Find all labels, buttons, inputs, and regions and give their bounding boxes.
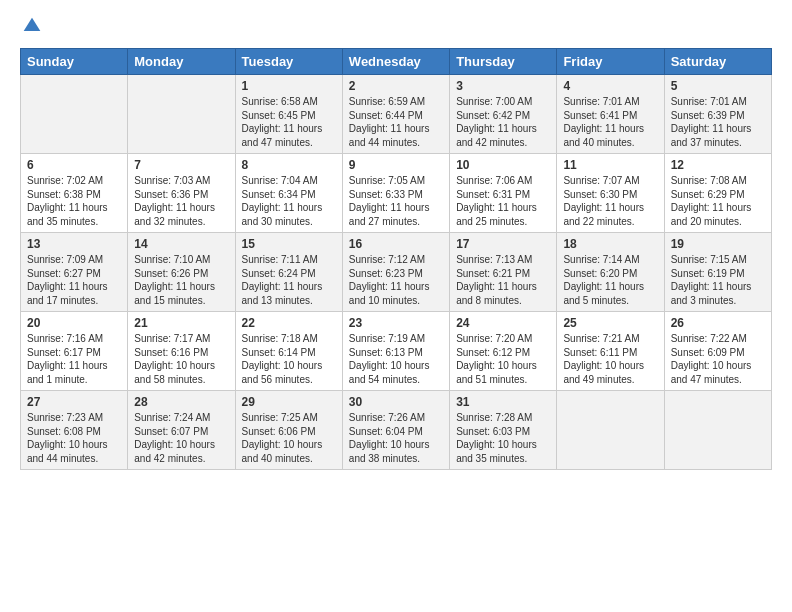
day-number: 18 — [563, 237, 657, 251]
day-number: 11 — [563, 158, 657, 172]
day-info: Sunrise: 7:17 AM — [134, 332, 228, 346]
day-info: Sunrise: 7:08 AM — [671, 174, 765, 188]
day-info: Daylight: 10 hours and 44 minutes. — [27, 438, 121, 465]
day-info: Sunrise: 7:18 AM — [242, 332, 336, 346]
day-cell: 14Sunrise: 7:10 AMSunset: 6:26 PMDayligh… — [128, 233, 235, 312]
day-info: Sunset: 6:21 PM — [456, 267, 550, 281]
day-number: 12 — [671, 158, 765, 172]
day-info: Daylight: 11 hours and 17 minutes. — [27, 280, 121, 307]
day-info: Sunset: 6:27 PM — [27, 267, 121, 281]
day-info: Daylight: 11 hours and 47 minutes. — [242, 122, 336, 149]
day-info: Sunrise: 7:15 AM — [671, 253, 765, 267]
day-info: Daylight: 11 hours and 32 minutes. — [134, 201, 228, 228]
header-cell-friday: Friday — [557, 49, 664, 75]
day-info: Sunset: 6:13 PM — [349, 346, 443, 360]
day-info: Daylight: 10 hours and 51 minutes. — [456, 359, 550, 386]
day-number: 3 — [456, 79, 550, 93]
day-info: Sunrise: 7:12 AM — [349, 253, 443, 267]
day-info: Sunset: 6:41 PM — [563, 109, 657, 123]
day-info: Sunrise: 7:24 AM — [134, 411, 228, 425]
day-number: 23 — [349, 316, 443, 330]
header-cell-sunday: Sunday — [21, 49, 128, 75]
day-number: 5 — [671, 79, 765, 93]
week-row-2: 13Sunrise: 7:09 AMSunset: 6:27 PMDayligh… — [21, 233, 772, 312]
day-cell: 16Sunrise: 7:12 AMSunset: 6:23 PMDayligh… — [342, 233, 449, 312]
day-info: Daylight: 11 hours and 20 minutes. — [671, 201, 765, 228]
day-cell — [21, 75, 128, 154]
day-info: Sunrise: 7:01 AM — [563, 95, 657, 109]
day-number: 21 — [134, 316, 228, 330]
day-info: Sunset: 6:17 PM — [27, 346, 121, 360]
day-info: Daylight: 11 hours and 10 minutes. — [349, 280, 443, 307]
day-info: Sunset: 6:31 PM — [456, 188, 550, 202]
week-row-0: 1Sunrise: 6:58 AMSunset: 6:45 PMDaylight… — [21, 75, 772, 154]
week-row-1: 6Sunrise: 7:02 AMSunset: 6:38 PMDaylight… — [21, 154, 772, 233]
day-number: 8 — [242, 158, 336, 172]
day-info: Sunset: 6:23 PM — [349, 267, 443, 281]
day-info: Sunset: 6:08 PM — [27, 425, 121, 439]
day-info: Sunset: 6:44 PM — [349, 109, 443, 123]
day-cell: 7Sunrise: 7:03 AMSunset: 6:36 PMDaylight… — [128, 154, 235, 233]
day-cell: 17Sunrise: 7:13 AMSunset: 6:21 PMDayligh… — [450, 233, 557, 312]
day-cell: 13Sunrise: 7:09 AMSunset: 6:27 PMDayligh… — [21, 233, 128, 312]
day-cell: 11Sunrise: 7:07 AMSunset: 6:30 PMDayligh… — [557, 154, 664, 233]
day-info: Daylight: 11 hours and 37 minutes. — [671, 122, 765, 149]
day-number: 1 — [242, 79, 336, 93]
day-info: Sunrise: 7:23 AM — [27, 411, 121, 425]
day-number: 27 — [27, 395, 121, 409]
day-info: Daylight: 11 hours and 15 minutes. — [134, 280, 228, 307]
day-info: Sunrise: 7:19 AM — [349, 332, 443, 346]
day-info: Sunset: 6:39 PM — [671, 109, 765, 123]
day-number: 17 — [456, 237, 550, 251]
day-cell — [128, 75, 235, 154]
day-info: Sunrise: 7:25 AM — [242, 411, 336, 425]
day-info: Sunset: 6:38 PM — [27, 188, 121, 202]
day-info: Daylight: 11 hours and 13 minutes. — [242, 280, 336, 307]
day-info: Sunrise: 7:00 AM — [456, 95, 550, 109]
day-number: 15 — [242, 237, 336, 251]
day-number: 22 — [242, 316, 336, 330]
day-info: Daylight: 11 hours and 35 minutes. — [27, 201, 121, 228]
day-number: 14 — [134, 237, 228, 251]
day-number: 13 — [27, 237, 121, 251]
day-info: Sunrise: 7:11 AM — [242, 253, 336, 267]
day-cell: 27Sunrise: 7:23 AMSunset: 6:08 PMDayligh… — [21, 391, 128, 470]
day-cell: 23Sunrise: 7:19 AMSunset: 6:13 PMDayligh… — [342, 312, 449, 391]
header-cell-wednesday: Wednesday — [342, 49, 449, 75]
day-info: Sunrise: 7:14 AM — [563, 253, 657, 267]
day-info: Daylight: 11 hours and 44 minutes. — [349, 122, 443, 149]
day-info: Daylight: 10 hours and 56 minutes. — [242, 359, 336, 386]
day-info: Daylight: 11 hours and 8 minutes. — [456, 280, 550, 307]
day-number: 26 — [671, 316, 765, 330]
day-cell: 28Sunrise: 7:24 AMSunset: 6:07 PMDayligh… — [128, 391, 235, 470]
day-number: 29 — [242, 395, 336, 409]
day-info: Daylight: 10 hours and 38 minutes. — [349, 438, 443, 465]
day-number: 31 — [456, 395, 550, 409]
day-info: Sunset: 6:07 PM — [134, 425, 228, 439]
header-cell-monday: Monday — [128, 49, 235, 75]
day-info: Daylight: 10 hours and 58 minutes. — [134, 359, 228, 386]
day-cell: 30Sunrise: 7:26 AMSunset: 6:04 PMDayligh… — [342, 391, 449, 470]
day-info: Daylight: 11 hours and 3 minutes. — [671, 280, 765, 307]
day-info: Sunrise: 6:59 AM — [349, 95, 443, 109]
day-number: 19 — [671, 237, 765, 251]
day-cell: 8Sunrise: 7:04 AMSunset: 6:34 PMDaylight… — [235, 154, 342, 233]
day-info: Sunrise: 7:01 AM — [671, 95, 765, 109]
day-info: Daylight: 10 hours and 54 minutes. — [349, 359, 443, 386]
day-cell: 12Sunrise: 7:08 AMSunset: 6:29 PMDayligh… — [664, 154, 771, 233]
day-info: Sunset: 6:36 PM — [134, 188, 228, 202]
day-info: Sunset: 6:04 PM — [349, 425, 443, 439]
day-info: Sunrise: 6:58 AM — [242, 95, 336, 109]
day-number: 20 — [27, 316, 121, 330]
day-cell: 26Sunrise: 7:22 AMSunset: 6:09 PMDayligh… — [664, 312, 771, 391]
day-info: Sunset: 6:33 PM — [349, 188, 443, 202]
day-info: Sunset: 6:09 PM — [671, 346, 765, 360]
day-info: Sunset: 6:06 PM — [242, 425, 336, 439]
day-number: 30 — [349, 395, 443, 409]
day-info: Sunset: 6:34 PM — [242, 188, 336, 202]
day-info: Sunrise: 7:22 AM — [671, 332, 765, 346]
day-cell: 24Sunrise: 7:20 AMSunset: 6:12 PMDayligh… — [450, 312, 557, 391]
day-cell: 6Sunrise: 7:02 AMSunset: 6:38 PMDaylight… — [21, 154, 128, 233]
day-info: Sunrise: 7:03 AM — [134, 174, 228, 188]
day-info: Sunset: 6:26 PM — [134, 267, 228, 281]
